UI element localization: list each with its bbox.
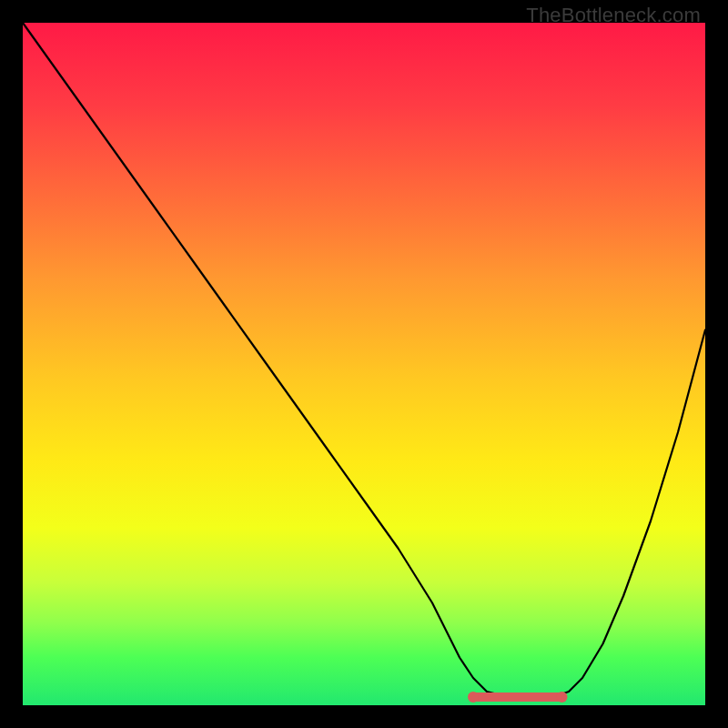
watermark-text: TheBottleneck.com <box>526 4 701 27</box>
curve-layer <box>23 23 705 705</box>
bottleneck-curve <box>23 23 705 697</box>
plot-frame <box>23 23 705 705</box>
optimal-range-start-dot <box>468 692 479 703</box>
optimal-range-end-dot <box>557 692 568 703</box>
